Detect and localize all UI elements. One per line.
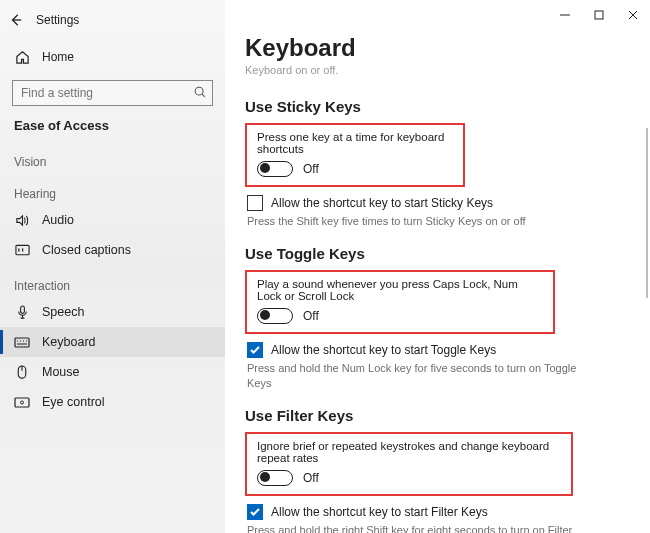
svg-point-0 bbox=[195, 87, 203, 95]
captions-icon bbox=[14, 242, 30, 258]
highlight-box-sticky: Press one key at a time for keyboard sho… bbox=[245, 123, 465, 187]
sidebar-item-closed-captions[interactable]: Closed captions bbox=[0, 235, 225, 265]
svg-rect-5 bbox=[15, 398, 29, 407]
sidebar-item-eye-control[interactable]: Eye control bbox=[0, 387, 225, 417]
section-heading: Use Toggle Keys bbox=[245, 245, 644, 262]
togglekeys-shortcut-checkbox[interactable] bbox=[247, 342, 263, 358]
search-input[interactable] bbox=[12, 80, 213, 106]
toggle-state-label: Off bbox=[303, 309, 319, 323]
toggle-state-label: Off bbox=[303, 162, 319, 176]
svg-point-6 bbox=[21, 401, 24, 404]
search-container bbox=[12, 80, 213, 106]
sidebar-item-mouse[interactable]: Mouse bbox=[0, 357, 225, 387]
checkbox-label: Allow the shortcut key to start Filter K… bbox=[271, 505, 488, 519]
scrollbar[interactable] bbox=[646, 128, 648, 298]
sidebar-item-keyboard[interactable]: Keyboard bbox=[0, 327, 225, 357]
speaker-icon bbox=[14, 212, 30, 228]
home-icon bbox=[14, 49, 30, 65]
maximize-icon bbox=[594, 10, 604, 20]
group-interaction: Interaction bbox=[0, 265, 225, 297]
svg-rect-7 bbox=[595, 11, 603, 19]
maximize-button[interactable] bbox=[582, 4, 616, 26]
svg-rect-3 bbox=[15, 338, 29, 347]
checkbox-label: Allow the shortcut key to start Toggle K… bbox=[271, 343, 496, 357]
sidebar-item-audio[interactable]: Audio bbox=[0, 205, 225, 235]
minimize-button[interactable] bbox=[548, 4, 582, 26]
main-content: Keyboard Keyboard on or off. Use Sticky … bbox=[225, 0, 650, 533]
close-button[interactable] bbox=[616, 4, 650, 26]
toggle-state-label: Off bbox=[303, 471, 319, 485]
sidebar-item-label: Mouse bbox=[42, 365, 80, 379]
section-heading: Use Filter Keys bbox=[245, 407, 644, 424]
sidebar-item-label: Keyboard bbox=[42, 335, 96, 349]
back-arrow-icon bbox=[9, 13, 23, 27]
sidebar-item-label: Speech bbox=[42, 305, 84, 319]
highlight-box-filter: Ignore brief or repeated keystrokes and … bbox=[245, 432, 573, 496]
sidebar-item-label: Closed captions bbox=[42, 243, 131, 257]
close-icon bbox=[628, 10, 638, 20]
filterkeys-shortcut-checkbox[interactable] bbox=[247, 504, 263, 520]
sidebar-item-label: Audio bbox=[42, 213, 74, 227]
sidebar-item-speech[interactable]: Speech bbox=[0, 297, 225, 327]
mouse-icon bbox=[14, 364, 30, 380]
toggle-description: Press one key at a time for keyboard sho… bbox=[257, 131, 453, 155]
toggle-description: Ignore brief or repeated keystrokes and … bbox=[257, 440, 561, 464]
filter-keys-toggle[interactable] bbox=[257, 470, 293, 486]
group-hearing: Hearing bbox=[0, 173, 225, 205]
sidebar-home-label: Home bbox=[42, 50, 74, 64]
eye-control-icon bbox=[14, 394, 30, 410]
helper-text: Press and hold the Num Lock key for five… bbox=[247, 361, 577, 391]
section-heading: Use Sticky Keys bbox=[245, 98, 644, 115]
keyboard-icon bbox=[14, 334, 30, 350]
sticky-shortcut-checkbox[interactable] bbox=[247, 195, 263, 211]
svg-rect-2 bbox=[20, 306, 24, 313]
section-title: Ease of Access bbox=[0, 116, 225, 141]
back-button[interactable] bbox=[0, 13, 32, 27]
toggle-description: Play a sound whenever you press Caps Loc… bbox=[257, 278, 543, 302]
sidebar: Settings Home Ease of Access Vision Hear… bbox=[0, 0, 225, 533]
page-subtitle: Keyboard on or off. bbox=[245, 64, 644, 76]
helper-text: Press the Shift key five times to turn S… bbox=[247, 214, 577, 229]
window-controls bbox=[548, 4, 650, 26]
highlight-box-toggle: Play a sound whenever you press Caps Loc… bbox=[245, 270, 555, 334]
sticky-keys-toggle[interactable] bbox=[257, 161, 293, 177]
sidebar-item-home[interactable]: Home bbox=[0, 42, 225, 72]
toggle-keys-toggle[interactable] bbox=[257, 308, 293, 324]
minimize-icon bbox=[560, 10, 570, 20]
window-title: Settings bbox=[36, 13, 79, 27]
checkbox-label: Allow the shortcut key to start Sticky K… bbox=[271, 196, 493, 210]
page-title: Keyboard bbox=[245, 34, 644, 62]
helper-text: Press and hold the right Shift key for e… bbox=[247, 523, 577, 533]
sidebar-item-label: Eye control bbox=[42, 395, 105, 409]
search-icon bbox=[193, 85, 207, 99]
group-vision: Vision bbox=[0, 141, 225, 173]
microphone-icon bbox=[14, 304, 30, 320]
